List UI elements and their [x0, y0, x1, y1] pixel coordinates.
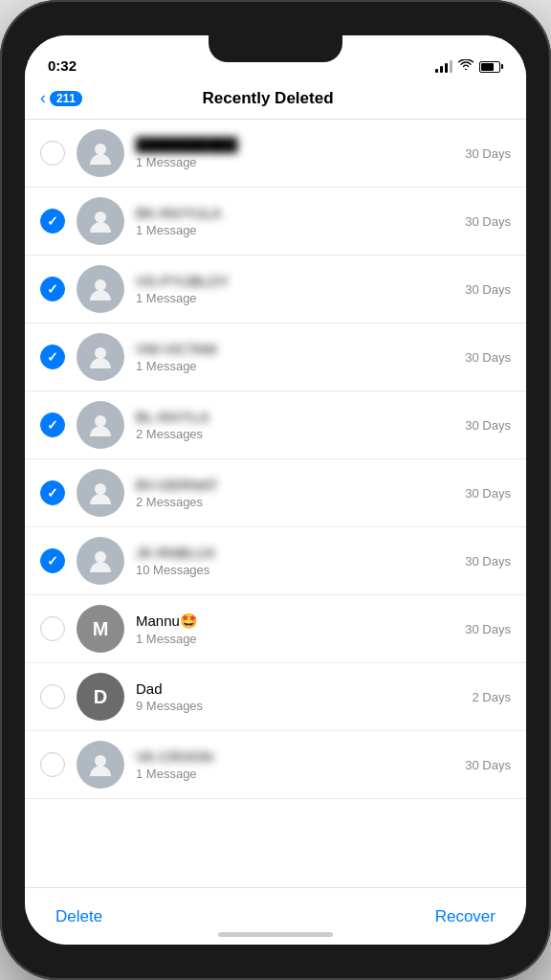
- avatar: [77, 265, 124, 313]
- contact-checkbox[interactable]: [40, 141, 65, 166]
- avatar: [77, 537, 124, 585]
- status-time: 0:32: [48, 57, 77, 74]
- contact-list[interactable]: ██████████1 Message30 Days BK-INVYULA1 M…: [25, 120, 526, 887]
- delete-button[interactable]: Delete: [55, 907, 102, 926]
- contact-days: 30 Days: [465, 146, 511, 161]
- contact-message-count: 2 Messages: [136, 427, 457, 441]
- contact-days: 30 Days: [465, 622, 511, 636]
- contact-message-count: 1 Message: [136, 155, 457, 169]
- contact-name: BL-INVYLA: [136, 409, 457, 425]
- list-item[interactable]: VW-VICTAM1 Message30 Days: [25, 323, 526, 391]
- avatar: [77, 129, 124, 177]
- contact-days: 30 Days: [465, 554, 511, 568]
- contact-days: 30 Days: [465, 486, 511, 501]
- avatar: D: [77, 673, 124, 721]
- recover-button[interactable]: Recover: [435, 907, 496, 926]
- avatar: [77, 469, 124, 517]
- list-item[interactable]: BV-GERNAT2 Messages30 Days: [25, 459, 526, 527]
- svg-point-5: [95, 483, 106, 495]
- phone-screen: 0:32: [25, 35, 526, 945]
- svg-point-1: [95, 212, 106, 223]
- contact-info: Dad9 Messages: [136, 680, 465, 713]
- svg-point-4: [95, 415, 106, 427]
- back-button[interactable]: ‹ 211: [40, 88, 82, 108]
- contact-message-count: 9 Messages: [136, 699, 465, 713]
- list-item[interactable]: JK-RNBLUX10 Messages30 Days: [25, 527, 526, 595]
- contact-days: 30 Days: [465, 418, 511, 433]
- contact-name: VG-PYUBLOY: [136, 273, 457, 289]
- svg-point-7: [95, 755, 106, 767]
- list-item[interactable]: BL-INVYLA2 Messages30 Days: [25, 391, 526, 459]
- page-title: Recently Deleted: [203, 89, 334, 108]
- contact-info: BV-GERNAT2 Messages: [136, 477, 457, 509]
- contact-info: BK-INVYULA1 Message: [136, 205, 457, 237]
- contact-info: ██████████1 Message: [136, 137, 457, 169]
- contact-message-count: 2 Messages: [136, 495, 457, 509]
- contact-info: Mannu🤩1 Message: [136, 612, 457, 646]
- contact-days: 2 Days: [473, 690, 511, 704]
- svg-point-2: [95, 279, 106, 291]
- contact-days: 30 Days: [465, 758, 511, 772]
- contact-info: JK-RNBLUX10 Messages: [136, 545, 457, 577]
- contact-message-count: 1 Message: [136, 223, 457, 237]
- phone-frame: 0:32: [0, 0, 551, 980]
- svg-point-0: [95, 144, 106, 155]
- contact-name: ██████████: [136, 137, 457, 153]
- notch: [209, 35, 342, 62]
- contact-message-count: 10 Messages: [136, 563, 457, 577]
- contact-name: JK-RNBLUX: [136, 545, 457, 561]
- contact-message-count: 1 Message: [136, 632, 457, 646]
- wifi-icon: [458, 59, 474, 74]
- contact-message-count: 1 Message: [136, 359, 457, 373]
- home-indicator: [218, 932, 333, 937]
- contact-checkbox[interactable]: [40, 412, 65, 437]
- contact-info: VG-PYUBLOY1 Message: [136, 273, 457, 305]
- signal-icon: [435, 61, 452, 73]
- contact-name: Mannu🤩: [136, 612, 457, 630]
- back-badge: 211: [50, 91, 82, 106]
- contact-checkbox[interactable]: [40, 480, 65, 505]
- contact-days: 30 Days: [465, 282, 511, 297]
- contact-checkbox[interactable]: [40, 616, 65, 641]
- contact-checkbox[interactable]: [40, 684, 65, 709]
- contact-info: VK-CROON1 Message: [136, 748, 457, 781]
- svg-point-3: [95, 347, 106, 359]
- contact-checkbox[interactable]: [40, 209, 65, 234]
- chevron-left-icon: ‹: [40, 88, 46, 108]
- avatar: [77, 401, 124, 449]
- svg-point-6: [95, 551, 106, 563]
- list-item[interactable]: ██████████1 Message30 Days: [25, 120, 526, 188]
- battery-icon: [479, 61, 503, 73]
- contact-name: Dad: [136, 680, 465, 697]
- contact-name: BK-INVYULA: [136, 205, 457, 221]
- contact-info: BL-INVYLA2 Messages: [136, 409, 457, 441]
- contact-days: 30 Days: [465, 214, 511, 229]
- contact-checkbox[interactable]: [40, 752, 65, 777]
- contact-name: VW-VICTAM: [136, 341, 457, 357]
- avatar: M: [77, 605, 124, 653]
- list-item[interactable]: MMannu🤩1 Message30 Days: [25, 595, 526, 663]
- avatar: [77, 741, 124, 789]
- contact-days: 30 Days: [465, 350, 511, 365]
- list-item[interactable]: VG-PYUBLOY1 Message30 Days: [25, 256, 526, 323]
- avatar: [77, 197, 124, 245]
- contact-checkbox[interactable]: [40, 548, 65, 573]
- list-item[interactable]: DDad9 Messages2 Days: [25, 663, 526, 731]
- contact-message-count: 1 Message: [136, 291, 457, 305]
- avatar: [77, 333, 124, 381]
- list-item[interactable]: VK-CROON1 Message30 Days: [25, 731, 526, 799]
- contact-name: VK-CROON: [136, 748, 457, 765]
- list-item[interactable]: BK-INVYULA1 Message30 Days: [25, 188, 526, 256]
- contact-info: VW-VICTAM1 Message: [136, 341, 457, 373]
- contact-checkbox[interactable]: [40, 345, 65, 369]
- nav-bar: ‹ 211 Recently Deleted: [25, 78, 526, 120]
- contact-message-count: 1 Message: [136, 767, 457, 781]
- contact-checkbox[interactable]: [40, 277, 65, 301]
- status-icons: [435, 59, 503, 74]
- contact-name: BV-GERNAT: [136, 477, 457, 493]
